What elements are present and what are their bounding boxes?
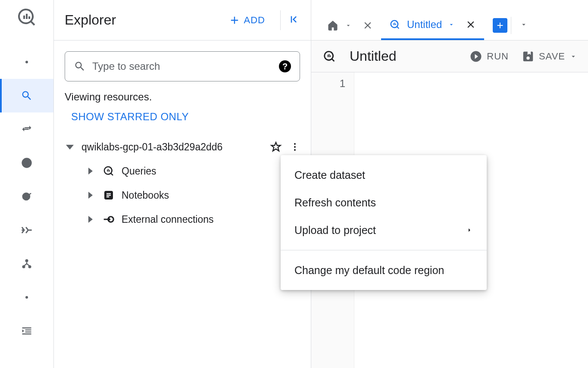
tree-item-external[interactable]: External connections <box>65 207 300 231</box>
menu-upload-to-project[interactable]: Upload to project <box>281 216 487 244</box>
rail-item-history[interactable] <box>0 146 53 180</box>
chevron-right-icon <box>88 216 93 223</box>
search-input[interactable] <box>92 60 272 72</box>
tree-item-label: Queries <box>122 165 300 177</box>
rail-item-search[interactable] <box>0 79 53 112</box>
rail-item-transfers[interactable] <box>0 112 53 146</box>
merge-icon <box>21 224 33 236</box>
clock-icon <box>21 157 33 169</box>
save-icon <box>522 50 535 63</box>
divider <box>280 10 281 30</box>
add-button[interactable]: ADD <box>220 14 274 26</box>
menu-item-label: Create dataset <box>294 169 365 181</box>
project-row[interactable]: qwiklabs-gcp-01-a3b3d29a2dd6 <box>65 135 300 159</box>
chevron-down-icon <box>520 21 528 28</box>
dot-icon <box>25 61 28 63</box>
expand-toggle[interactable] <box>85 216 96 223</box>
query-icon <box>102 165 115 178</box>
rail-item-merge[interactable] <box>0 213 53 247</box>
rail-item-indent[interactable] <box>0 314 53 348</box>
resource-tree: qwiklabs-gcp-01-a3b3d29a2dd6 Queries Not… <box>65 135 300 231</box>
search-box[interactable]: ? <box>65 51 300 81</box>
explorer-title: Explorer <box>65 12 220 28</box>
notebook-icon <box>102 189 115 202</box>
chevron-down-icon[interactable] <box>345 22 352 29</box>
plus-icon <box>495 21 505 30</box>
close-icon[interactable] <box>465 19 476 30</box>
chevron-right-icon <box>88 192 93 199</box>
svg-point-2 <box>25 259 28 262</box>
save-button[interactable]: SAVE <box>522 50 577 63</box>
menu-refresh-contents[interactable]: Refresh contents <box>281 189 487 216</box>
tab-bar: Untitled <box>311 0 588 41</box>
close-icon[interactable] <box>362 20 373 31</box>
chevron-right-icon <box>88 168 93 175</box>
tree-item-label: External connections <box>122 214 300 225</box>
star-outline-icon[interactable] <box>270 141 282 153</box>
rail-item-target[interactable] <box>0 180 53 213</box>
tab-untitled[interactable]: Untitled <box>381 11 484 40</box>
home-icon <box>327 19 339 31</box>
viewing-text: Viewing resources. <box>65 91 300 103</box>
save-label: SAVE <box>539 51 565 62</box>
tab-menu-button[interactable] <box>520 21 528 30</box>
line-number: 1 <box>311 78 345 90</box>
explorer-header: Explorer ADD <box>54 0 311 41</box>
menu-create-dataset[interactable]: Create dataset <box>281 161 487 189</box>
svg-point-5 <box>294 143 296 145</box>
expand-toggle[interactable] <box>85 192 96 199</box>
tree-item-queries[interactable]: Queries <box>65 159 300 183</box>
external-connection-icon <box>102 213 115 226</box>
menu-change-region[interactable]: Change my default code region <box>281 256 487 284</box>
bigquery-logo-icon <box>16 6 38 28</box>
plus-icon <box>228 14 241 26</box>
lineage-icon <box>21 258 33 270</box>
tab-home[interactable] <box>319 11 381 40</box>
tab-label: Untitled <box>407 19 442 31</box>
chevron-down-icon[interactable] <box>448 21 455 28</box>
help-icon[interactable]: ? <box>279 60 291 72</box>
menu-item-label: Refresh contents <box>294 196 376 209</box>
tree-item-notebooks[interactable]: Notebooks <box>65 183 300 207</box>
editor-toolbar: Untitled RUN SAVE <box>311 41 588 72</box>
tree-item-label: Notebooks <box>122 190 300 201</box>
query-icon <box>389 19 401 31</box>
show-starred-button[interactable]: SHOW STARRED ONLY <box>71 111 300 123</box>
indent-icon <box>21 325 33 337</box>
rail-item-lineage[interactable] <box>0 247 53 281</box>
chevron-right-icon <box>466 227 473 234</box>
project-name: qwiklabs-gcp-01-a3b3d29a2dd6 <box>81 141 263 153</box>
search-icon <box>21 90 33 102</box>
chevron-down-icon <box>66 145 74 150</box>
search-icon <box>74 60 86 72</box>
add-label: ADD <box>244 15 265 26</box>
svg-point-7 <box>294 149 296 151</box>
expand-toggle[interactable] <box>65 145 75 150</box>
expand-toggle[interactable] <box>85 168 96 175</box>
rail-item-dot2[interactable] <box>0 281 53 314</box>
run-label: RUN <box>487 51 509 62</box>
run-button[interactable]: RUN <box>469 50 509 63</box>
transfer-icon <box>21 123 33 135</box>
left-nav-rail <box>0 0 54 368</box>
collapse-left-icon <box>287 13 300 26</box>
svg-point-6 <box>294 146 296 148</box>
target-icon <box>21 190 33 203</box>
rail-item-dot1[interactable] <box>0 45 53 79</box>
menu-item-label: Change my default code region <box>294 264 444 277</box>
dot-icon <box>25 296 28 299</box>
explorer-panel: Explorer ADD ? Viewing resources. SHOW S… <box>54 0 311 368</box>
project-context-menu: Create dataset Refresh contents Upload t… <box>281 155 487 290</box>
menu-item-label: Upload to project <box>294 224 376 237</box>
document-title[interactable]: Untitled <box>350 48 457 64</box>
query-icon <box>322 49 337 64</box>
divider <box>511 17 511 34</box>
chevron-down-icon <box>569 53 577 60</box>
more-vert-icon[interactable] <box>290 142 300 152</box>
play-circle-icon <box>469 50 482 63</box>
new-tab-button[interactable] <box>493 18 507 33</box>
collapse-panel-button[interactable] <box>287 13 300 27</box>
